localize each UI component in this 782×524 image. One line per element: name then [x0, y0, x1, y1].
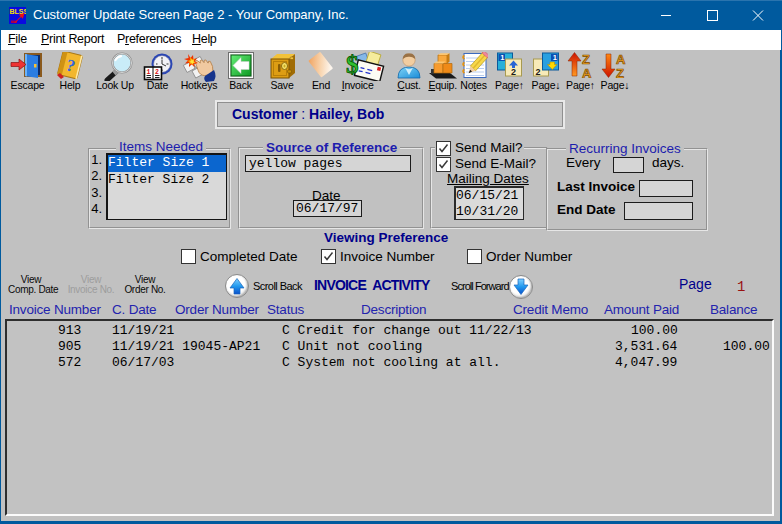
- svg-text:A: A: [582, 66, 592, 79]
- svg-text:$: $: [346, 52, 359, 78]
- svg-text:2: 2: [511, 67, 516, 77]
- svg-text:2: 2: [155, 69, 159, 76]
- svg-text:1: 1: [500, 53, 504, 62]
- svg-text:2: 2: [536, 67, 541, 77]
- svg-text:Z: Z: [616, 66, 624, 79]
- svg-text:1: 1: [146, 69, 150, 76]
- svg-text:1: 1: [553, 53, 557, 62]
